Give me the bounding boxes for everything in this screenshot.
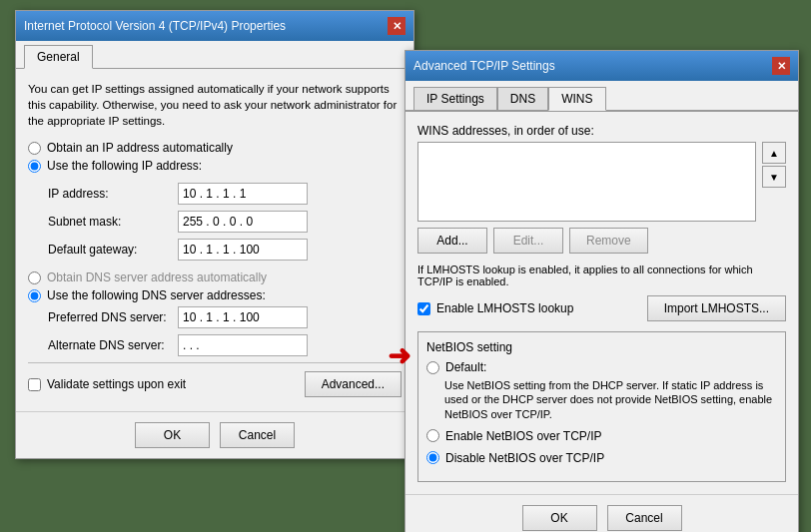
auto-ip-row: Obtain an IP address automatically (28, 141, 402, 155)
ip-address-group: Obtain an IP address automatically Use t… (28, 141, 402, 173)
wins-address-list[interactable] (417, 142, 756, 222)
wins-section: WINS addresses, in order of use: ▲ ▼ Add… (417, 124, 786, 254)
dialog1-titlebar: Internet Protocol Version 4 (TCP/IPv4) P… (16, 11, 413, 41)
netbios-disable-label: Disable NetBIOS over TCP/IP (445, 451, 604, 465)
advanced-tcpip-dialog: Advanced TCP/IP Settings ✕ IP Settings D… (405, 50, 799, 532)
lmhosts-row: Enable LMHOSTS lookup Import LMHOSTS... (417, 293, 786, 323)
wins-edit-button[interactable]: Edit... (493, 228, 563, 254)
ip-address-row: IP address: (28, 183, 402, 205)
dialog2-ok-button[interactable]: OK (522, 505, 597, 531)
ip-address-label: IP address: (48, 187, 178, 201)
dialog2-cancel-button[interactable]: Cancel (607, 505, 682, 531)
dns-group: Obtain DNS server address automatically … (28, 270, 402, 302)
manual-ip-radio[interactable] (28, 160, 41, 173)
dialog2-bottom-buttons: OK Cancel (406, 494, 798, 532)
alternate-dns-row: Alternate DNS server: (28, 334, 402, 356)
wins-add-button[interactable]: Add... (417, 228, 487, 254)
dialog1-ok-button[interactable]: OK (135, 422, 210, 448)
dialog1-title: Internet Protocol Version 4 (TCP/IPv4) P… (24, 19, 286, 33)
wins-label: WINS addresses, in order of use: (417, 124, 786, 138)
lmhosts-description: If LMHOSTS lookup is enabled, it applies… (417, 264, 786, 287)
netbios-enable-radio[interactable] (426, 429, 439, 442)
gateway-input[interactable] (178, 239, 308, 261)
subnet-mask-input[interactable] (178, 211, 308, 233)
alternate-dns-input[interactable] (178, 334, 308, 356)
import-lmhosts-button[interactable]: Import LMHOSTS... (647, 295, 786, 321)
dialog2-title: Advanced TCP/IP Settings (413, 59, 555, 73)
netbios-default-option: Default: Use NetBIOS setting from the DH… (426, 360, 777, 421)
validate-checkbox[interactable] (28, 378, 41, 391)
netbios-disable-row: Disable NetBIOS over TCP/IP (426, 451, 777, 465)
dialog2-titlebar: Advanced TCP/IP Settings ✕ (406, 51, 798, 81)
manual-ip-row: Use the following IP address: (28, 159, 402, 173)
ip-address-input[interactable] (178, 183, 308, 205)
gateway-row: Default gateway: (28, 239, 402, 261)
wins-up-button[interactable]: ▲ (762, 142, 786, 164)
auto-dns-label: Obtain DNS server address automatically (47, 270, 267, 284)
lmhosts-checkbox[interactable] (417, 302, 430, 315)
preferred-dns-input[interactable] (178, 306, 308, 328)
ipv4-properties-dialog: Internet Protocol Version 4 (TCP/IPv4) P… (15, 10, 414, 459)
subnet-mask-label: Subnet mask: (48, 215, 178, 229)
lmhosts-label: Enable LMHOSTS lookup (436, 301, 573, 315)
dialog1-cancel-button[interactable]: Cancel (220, 422, 295, 448)
netbios-default-label: Default: (445, 360, 486, 374)
wins-down-button[interactable]: ▼ (762, 166, 786, 188)
dialog1-tabbar: General (16, 41, 413, 69)
lmhosts-checkbox-row: Enable LMHOSTS lookup (417, 301, 573, 315)
tab-dns[interactable]: DNS (497, 87, 548, 110)
auto-ip-label: Obtain an IP address automatically (47, 141, 233, 155)
tab-general[interactable]: General (24, 45, 93, 69)
auto-dns-radio[interactable] (28, 271, 41, 284)
netbios-default-radio[interactable] (426, 361, 439, 374)
manual-dns-row: Use the following DNS server addresses: (28, 288, 402, 302)
netbios-enable-label: Enable NetBIOS over TCP/IP (445, 429, 602, 443)
arrow-indicator: ➜ (388, 339, 410, 372)
validate-checkbox-row: Validate settings upon exit (28, 377, 186, 391)
auto-dns-row: Obtain DNS server address automatically (28, 270, 402, 284)
alternate-dns-label: Alternate DNS server: (48, 338, 178, 352)
subnet-mask-row: Subnet mask: (28, 211, 402, 233)
netbios-default-row: Default: (426, 360, 777, 374)
preferred-dns-row: Preferred DNS server: (28, 306, 402, 328)
gateway-label: Default gateway: (48, 243, 178, 257)
preferred-dns-label: Preferred DNS server: (48, 310, 178, 324)
wins-updown-buttons: ▲ ▼ (762, 142, 786, 188)
lmhosts-section: If LMHOSTS lookup is enabled, it applies… (417, 264, 786, 323)
dialog1-description: You can get IP settings assigned automat… (28, 81, 402, 129)
netbios-section: NetBIOS setting Default: Use NetBIOS set… (417, 331, 786, 482)
netbios-disable-radio[interactable] (426, 451, 439, 464)
advanced-button[interactable]: Advanced... (305, 371, 402, 397)
tab-wins[interactable]: WINS (548, 87, 605, 111)
wins-action-buttons: Add... Edit... Remove (417, 228, 786, 254)
wins-remove-button[interactable]: Remove (569, 228, 648, 254)
manual-dns-label: Use the following DNS server addresses: (47, 288, 266, 302)
validate-label: Validate settings upon exit (47, 377, 186, 391)
tab-ip-settings[interactable]: IP Settings (413, 87, 497, 110)
dialog1-close-button[interactable]: ✕ (388, 17, 406, 35)
netbios-enable-row: Enable NetBIOS over TCP/IP (426, 429, 777, 443)
manual-ip-label: Use the following IP address: (47, 159, 202, 173)
dialog1-content: You can get IP settings assigned automat… (16, 69, 413, 411)
netbios-default-desc: Use NetBIOS setting from the DHCP server… (426, 378, 777, 421)
dialog2-close-button[interactable]: ✕ (772, 57, 790, 75)
dialog2-content: WINS addresses, in order of use: ▲ ▼ Add… (406, 112, 798, 494)
manual-dns-radio[interactable] (28, 289, 41, 302)
wins-list-row: ▲ ▼ (417, 142, 786, 228)
auto-ip-radio[interactable] (28, 142, 41, 155)
netbios-title: NetBIOS setting (426, 340, 777, 354)
dialog1-bottom-buttons: OK Cancel (16, 411, 413, 458)
dialog2-tabbar: IP Settings DNS WINS (406, 81, 798, 112)
